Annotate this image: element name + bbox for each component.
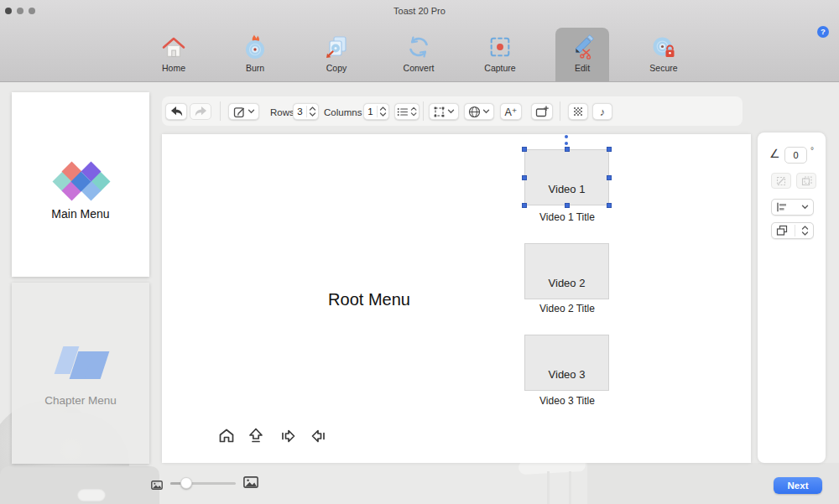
main-menu-thumbnail[interactable]: Main Menu (12, 92, 149, 277)
selection-handle-e[interactable] (607, 175, 612, 180)
stepper-icon (309, 106, 316, 117)
video-2-thumbnail[interactable]: Video 2 (524, 243, 609, 299)
home-icon (147, 28, 201, 63)
toaster-knob-artwork (77, 489, 106, 501)
toolbar-item-label: Capture (473, 63, 527, 73)
help-button[interactable]: ? (817, 26, 829, 38)
next-button[interactable]: Next (774, 477, 822, 494)
rows-value: 3 (295, 107, 305, 117)
music-note-icon: ♪ (600, 106, 606, 118)
chapter-menu-thumbnail[interactable]: Chapter Menu (12, 283, 149, 464)
layer-order-stepper[interactable] (771, 222, 814, 239)
selection-handle-s[interactable] (565, 203, 570, 208)
stepper-icon (801, 225, 809, 236)
columns-stepper[interactable]: 1 (363, 103, 389, 120)
toolbar-item-secure[interactable]: Secure (637, 28, 690, 81)
video-3-thumbnail[interactable]: Video 3 (524, 335, 609, 391)
toolbar-item-capture[interactable]: Capture (473, 28, 527, 81)
transform-dropdown[interactable] (429, 103, 459, 120)
merge-disabled-button[interactable] (796, 173, 816, 189)
selection-handle-sw[interactable] (522, 203, 527, 208)
toolbar-divider (220, 101, 221, 121)
degree-unit: ° (810, 146, 814, 155)
selection-handle-ne[interactable] (607, 147, 612, 152)
toolbar-item-label: Home (147, 63, 201, 73)
menu-title-text[interactable]: Root Menu (285, 290, 453, 309)
menu-nav-next-icon[interactable] (279, 426, 299, 446)
toolbar-item-label: Burn (228, 63, 282, 73)
inspector-panel: ∠ ° (758, 132, 826, 463)
toolbar-divider (423, 101, 424, 121)
redo-button[interactable] (190, 103, 211, 120)
toolbar-item-label: Copy (310, 63, 363, 73)
alignment-dropdown[interactable] (771, 199, 814, 216)
rotation-angle-input[interactable] (784, 147, 807, 164)
selection-handle-w[interactable] (522, 175, 527, 180)
background-pattern-button[interactable] (568, 103, 588, 120)
video-label: Video 2 (525, 277, 608, 289)
zoom-out-image-icon (151, 478, 163, 493)
zoom-slider-knob[interactable] (180, 477, 192, 489)
chevron-down-icon (447, 109, 455, 114)
transform-frame-icon (433, 106, 446, 118)
window-title: Toast 20 Pro (0, 6, 839, 16)
pattern-swatch-icon (573, 107, 584, 117)
toolbar-item-edit[interactable]: Edit (555, 28, 609, 81)
align-left-icon (776, 202, 788, 212)
window-chrome: Toast 20 Pro Home Burn Copy (0, 0, 839, 82)
toolbar-item-home[interactable]: Home (147, 28, 201, 81)
video-title-text[interactable]: Video 3 Title (504, 395, 630, 407)
video-title-text[interactable]: Video 1 Title (504, 211, 630, 223)
chevron-down-icon (248, 109, 255, 114)
bullet-list-icon (397, 107, 409, 117)
globe-icon (468, 106, 481, 118)
stepper-icon (379, 106, 387, 117)
zoom-in-image-icon (243, 476, 258, 491)
chapter-menu-label: Chapter Menu (12, 394, 149, 407)
toolbar-item-label: Edit (555, 63, 609, 73)
lever-artwork (569, 471, 571, 504)
merge-frames-icon (801, 176, 812, 186)
chevron-down-icon (801, 205, 809, 210)
app-window: Toast 20 Pro Home Burn Copy (0, 0, 839, 504)
edit-menu-dropdown[interactable] (228, 103, 259, 120)
flip-disabled-button[interactable] (771, 173, 791, 189)
video-title-text[interactable]: Video 2 Title (504, 303, 630, 314)
draw-globe-dropdown[interactable] (464, 103, 494, 120)
toolbar-item-copy[interactable]: Copy (310, 28, 363, 81)
toolbar-item-label: Secure (637, 63, 690, 73)
rotation-handle[interactable] (565, 135, 568, 138)
selection-handle-nw[interactable] (522, 147, 527, 152)
stepper-icon (410, 106, 417, 117)
undo-button[interactable] (165, 103, 187, 120)
toolbar-item-burn[interactable]: Burn (228, 28, 282, 81)
capture-focus-icon (473, 28, 527, 63)
toolbar-item-convert[interactable]: Convert (392, 28, 446, 81)
menu-nav-home-icon[interactable] (216, 426, 237, 446)
secure-lock-disc-icon (637, 28, 690, 63)
menu-editor-canvas[interactable]: Root Menu Video 1 Video 1 Title Video 2 … (162, 134, 751, 463)
list-style-stepper[interactable] (394, 103, 420, 120)
menu-nav-up-icon[interactable] (246, 426, 266, 446)
lever-artwork (547, 471, 550, 504)
selection-handle-se[interactable] (607, 203, 612, 208)
add-text-icon: A⁺ (505, 106, 518, 118)
video-label: Video 3 (525, 368, 608, 381)
columns-label: Columns (324, 107, 362, 117)
toolbar-divider (560, 101, 560, 121)
redo-icon (194, 106, 208, 117)
edit-pen-icon (555, 28, 609, 63)
rotation-handle[interactable] (565, 142, 568, 145)
add-frame-icon (535, 106, 549, 117)
chevron-down-icon (482, 109, 490, 114)
convert-arrows-icon (392, 28, 446, 63)
main-menu-label: Main Menu (12, 207, 149, 221)
menu-nav-back-icon[interactable] (308, 426, 328, 446)
add-text-button[interactable]: A⁺ (500, 103, 522, 120)
rows-stepper[interactable]: 3 (293, 103, 319, 120)
toolbar-item-label: Convert (392, 63, 446, 73)
menu-audio-button[interactable]: ♪ (592, 103, 612, 120)
add-video-frame-button[interactable] (531, 103, 553, 120)
selection-handle-n[interactable] (565, 147, 570, 152)
video-1-thumbnail[interactable]: Video 1 (524, 149, 609, 205)
